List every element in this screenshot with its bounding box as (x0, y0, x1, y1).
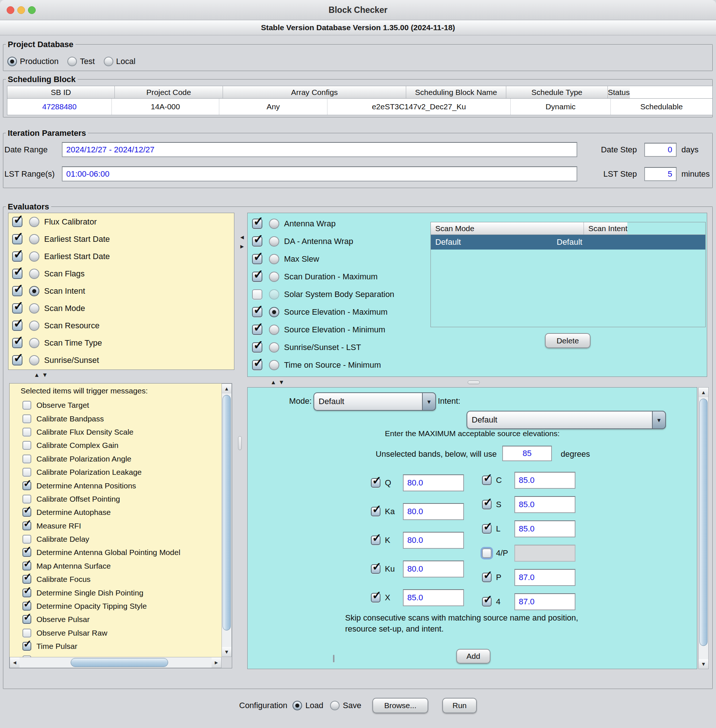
evaluator-checkbox[interactable] (12, 303, 23, 313)
splitter-grip[interactable] (468, 381, 480, 384)
evaluator-radio[interactable] (269, 325, 279, 335)
splitter-collapse-left-icon[interactable]: ◄ (239, 234, 245, 240)
message-checkbox[interactable] (23, 441, 31, 450)
intent-dropdown[interactable]: Default (467, 411, 666, 429)
evaluator-radio[interactable] (269, 360, 279, 370)
message-checkbox[interactable] (23, 548, 31, 557)
evaluator-checkbox[interactable] (252, 342, 262, 353)
evaluator-row[interactable]: Source Elevation - Maximum (247, 303, 432, 321)
message-row[interactable]: Calibrate Polarization Angle (9, 452, 221, 466)
evaluator-radio[interactable] (29, 303, 39, 313)
evaluator-checkbox[interactable] (12, 251, 23, 262)
message-row[interactable]: Observe Pulsar (9, 613, 221, 626)
message-checkbox[interactable] (23, 575, 31, 584)
message-row[interactable]: Calibrate Polarization Leakage (9, 466, 221, 479)
evaluator-row[interactable]: DA - Antenna Wrap (247, 233, 432, 250)
message-row[interactable]: Determine Antenna Global Pointing Model (9, 546, 221, 559)
add-button[interactable]: Add (456, 649, 490, 664)
band-checkbox[interactable] (482, 500, 491, 509)
splitter-collapse-right-icon[interactable]: ► (239, 244, 245, 249)
database-radio-option[interactable]: Production (8, 57, 59, 66)
evaluator-radio[interactable] (269, 254, 279, 264)
vertical-scroll-thumb[interactable] (223, 395, 231, 631)
mode-dropdown[interactable]: Default (314, 392, 436, 411)
band-checkbox[interactable] (371, 507, 381, 516)
band-checkbox[interactable] (371, 535, 381, 545)
evaluator-checkbox[interactable] (12, 355, 23, 365)
evaluator-row[interactable]: Source Elevation - Minimum (247, 321, 432, 339)
configuration-radio[interactable] (293, 701, 302, 710)
message-checkbox[interactable] (23, 428, 31, 436)
evaluator-checkbox[interactable] (252, 236, 262, 246)
evaluator-radio[interactable] (29, 251, 39, 262)
splitter-collapse-down-icon[interactable]: ▼ (279, 380, 284, 385)
message-checkbox[interactable] (23, 629, 31, 637)
database-radio-option[interactable]: Local (104, 57, 136, 66)
evaluator-row[interactable]: Sunrise/Sunset (9, 351, 234, 369)
detail-vertical-scrollbar[interactable]: ▲ ▼ (698, 387, 708, 669)
band-checkbox[interactable] (371, 593, 381, 602)
band-checkbox[interactable] (482, 476, 491, 485)
message-row[interactable]: Calibrate Bandpass (9, 412, 221, 425)
database-radio[interactable] (8, 57, 17, 66)
evaluator-checkbox[interactable] (252, 219, 262, 229)
band-elevation-field[interactable]: 85.0 (514, 520, 575, 537)
scheduling-column-header[interactable]: Scheduling Block Name (406, 86, 506, 98)
evaluator-radio[interactable] (269, 236, 279, 246)
evaluator-row[interactable]: Scan Resource (9, 317, 234, 334)
vertical-scroll-thumb[interactable] (699, 398, 707, 646)
message-checkbox[interactable] (23, 588, 31, 597)
chevron-down-icon[interactable] (652, 411, 666, 429)
evaluator-row[interactable]: Max Slew (247, 250, 432, 268)
evaluator-row[interactable]: Solar System Body Separation (247, 286, 432, 303)
scheduling-table-row[interactable]: 47288480 14A-000 Any e2eST3C147v2_Dec27_… (8, 99, 712, 115)
message-row[interactable]: Calibrate Flux Density Scale (9, 426, 221, 439)
splitter-collapse-up-icon[interactable]: ▲ (34, 372, 40, 378)
evaluator-row[interactable]: Scan Mode (9, 299, 234, 317)
scheduling-column-header[interactable]: Schedule Type (506, 86, 608, 98)
band-checkbox[interactable] (482, 597, 491, 606)
evaluator-row[interactable]: Time on Source - Minimum (247, 356, 432, 374)
message-row[interactable]: Observe Pulsar Raw (9, 626, 221, 640)
message-row[interactable]: Observe Target (9, 398, 221, 412)
message-row[interactable]: Calibrate Offset Pointing (9, 492, 221, 506)
configuration-radio[interactable] (330, 701, 340, 710)
message-checkbox[interactable] (23, 535, 31, 544)
message-row[interactable]: Determine Single Dish Pointing (9, 586, 221, 599)
splitter-grip[interactable] (238, 436, 242, 450)
lst-range-field[interactable]: 01:00-06:00 (62, 166, 577, 181)
message-row[interactable]: Determine Opacity Tipping Style (9, 600, 221, 613)
scan-column-header[interactable]: Scan Intent (584, 222, 627, 234)
evaluator-row[interactable]: Flux Calibrator (9, 213, 234, 230)
evaluator-radio[interactable] (269, 342, 279, 353)
evaluator-radio[interactable] (29, 338, 39, 348)
splitter-collapse-down-icon[interactable]: ▼ (42, 372, 48, 378)
message-row[interactable]: Calibrate Focus (9, 573, 221, 586)
band-elevation-field[interactable]: 87.0 (514, 593, 575, 610)
evaluator-radio[interactable] (269, 307, 279, 317)
message-checkbox[interactable] (23, 642, 31, 651)
evaluator-checkbox[interactable] (12, 217, 23, 227)
evaluator-radio[interactable] (29, 286, 39, 296)
evaluator-checkbox[interactable] (252, 360, 262, 370)
band-elevation-field[interactable]: 80.0 (403, 561, 464, 578)
horizontal-scroll-thumb[interactable] (71, 658, 168, 667)
chevron-down-icon[interactable] (422, 392, 436, 411)
configuration-radio-option[interactable]: Save (330, 701, 361, 710)
scroll-down-icon[interactable]: ▼ (222, 647, 231, 657)
band-elevation-field[interactable]: 80.0 (403, 532, 464, 549)
band-checkbox[interactable] (371, 478, 381, 488)
scheduling-column-header[interactable]: Project Code (115, 86, 223, 98)
message-row[interactable]: Determine Autophase (9, 506, 221, 519)
database-radio-option[interactable]: Test (67, 57, 94, 66)
band-elevation-field[interactable]: 87.0 (514, 569, 575, 586)
evaluator-radio[interactable] (269, 289, 279, 299)
date-step-field[interactable]: 0 (644, 143, 677, 157)
scroll-left-icon[interactable]: ◄ (10, 657, 20, 668)
band-checkbox[interactable] (371, 564, 381, 574)
message-checkbox[interactable] (23, 415, 31, 423)
database-radio[interactable] (104, 57, 113, 66)
evaluator-radio[interactable] (29, 217, 39, 227)
evaluator-radio[interactable] (269, 272, 279, 282)
evaluator-radio[interactable] (29, 321, 39, 331)
